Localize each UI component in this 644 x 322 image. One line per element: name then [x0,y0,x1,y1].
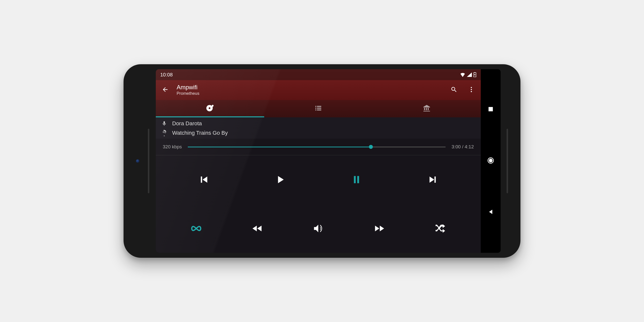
svg-point-3 [471,89,472,90]
list-icon [314,104,322,112]
speaker-grille [506,129,508,193]
volume-button[interactable] [308,218,328,238]
seek-fill [188,146,371,147]
track-row[interactable]: Watching Trains Go By [161,129,476,137]
fast-rewind-icon [252,223,263,234]
status-icons [460,72,476,77]
app-bar: Ampwifi Prometheus [156,80,481,100]
svg-point-6 [209,107,210,109]
system-nav-bar [481,69,500,253]
infinity-icon [190,222,202,234]
screen: 10:08 Ampwifi Prometheus [156,69,500,253]
triangle-back-icon [488,209,494,215]
player-controls [156,155,481,253]
artist-name: Dora Darota [172,120,202,127]
play-button[interactable] [270,170,290,190]
circle-icon [487,157,494,164]
tab-bar [156,100,481,117]
previous-button[interactable] [194,170,214,190]
artist-row[interactable]: Dora Darota [161,120,476,127]
shuffle-button[interactable] [430,218,450,238]
svg-point-2 [471,87,472,88]
tab-library[interactable] [372,100,481,117]
seek-thumb[interactable] [369,145,373,149]
track-title: Watching Trains Go By [172,130,228,136]
skip-previous-icon [198,174,210,186]
microphone-icon [161,120,168,127]
svg-rect-1 [474,72,475,73]
back-button[interactable] [159,84,171,96]
time-display: 3:00 / 4:12 [452,144,474,150]
tab-playlist[interactable] [264,100,372,117]
svg-rect-9 [488,107,493,111]
status-time: 10:08 [160,72,173,78]
signal-icon [467,72,472,77]
play-icon [274,174,286,186]
battery-icon [473,72,476,77]
volume-icon [312,223,324,234]
svg-point-4 [471,91,472,92]
speaker-grille [148,129,149,193]
app-title: Ampwifi [177,84,442,91]
skip-next-icon [426,174,439,186]
bitrate-label: 320 kbps [163,144,182,150]
app-subtitle: Prometheus [177,91,442,96]
disc-icon [206,104,214,112]
forward-button[interactable] [370,218,389,238]
fast-forward-icon [374,223,385,234]
square-icon [488,106,494,112]
search-icon [450,86,458,93]
arrow-back-icon [162,86,169,93]
wifi-icon [460,72,466,77]
progress-row: 320 kbps 3:00 / 4:12 [156,139,481,155]
shuffle-icon [435,223,446,234]
library-icon [423,104,431,112]
overflow-menu-button[interactable] [466,84,477,96]
svg-point-11 [489,158,493,162]
nav-recents-button[interactable] [488,106,494,113]
tab-now-playing[interactable] [156,100,264,117]
search-button[interactable] [448,84,460,96]
more-vert-icon [468,86,475,93]
next-button[interactable] [423,170,442,190]
seek-bar[interactable] [188,146,446,147]
nav-back-button[interactable] [488,209,494,216]
status-bar: 10:08 [156,69,481,80]
phone-frame: 10:08 Ampwifi Prometheus [124,64,520,258]
pause-icon [350,174,363,186]
treble-clef-icon [161,129,168,137]
nav-home-button[interactable] [487,157,494,165]
track-info: Dora Darota Watching Trains Go By [156,117,481,139]
rewind-button[interactable] [247,218,267,238]
repeat-button[interactable] [186,218,206,238]
pause-button[interactable] [346,170,366,190]
